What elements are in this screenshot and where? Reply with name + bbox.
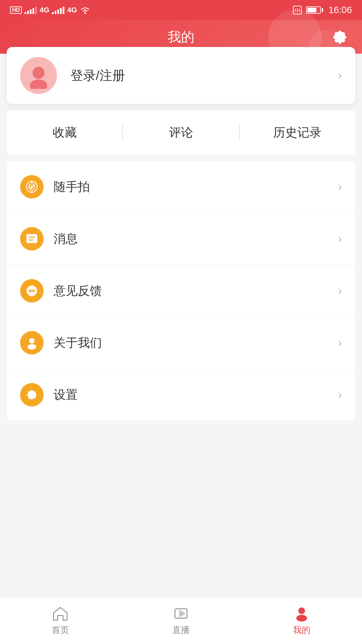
menu-item-message[interactable]: 消息 › [7,213,355,265]
login-register-text: 登录/注册 [70,67,338,84]
nav-label-home: 首页 [52,624,69,636]
menu-list: 随手拍 › 消息 › 意见反馈 › [7,161,355,421]
message-icon [20,227,44,251]
live-icon [172,605,190,622]
battery-icon [306,6,323,14]
svg-rect-14 [28,237,35,238]
avatar [20,57,57,94]
menu-item-about[interactable]: 关于我们 › [7,317,355,369]
profile-chevron-icon: › [338,68,342,83]
menu-item-feedback[interactable]: 意见反馈 › [7,265,355,317]
svg-point-20 [29,338,35,343]
stat-history[interactable]: 历史记录 [240,124,355,141]
svg-rect-15 [28,239,33,240]
svg-point-6 [30,79,47,89]
menu-arrow-message: › [338,232,342,246]
settings-gear-icon [20,383,44,407]
avatar-icon [25,62,52,89]
svg-point-0 [84,12,86,14]
home-icon [52,605,69,622]
feedback-icon [20,279,44,303]
wifi-icon [80,6,90,14]
svg-point-23 [298,607,305,614]
target-icon [20,175,44,199]
svg-rect-13 [26,234,37,243]
svg-point-17 [29,290,31,292]
menu-arrow-about: › [338,336,342,350]
about-user-icon [20,331,44,355]
stat-favorites[interactable]: 收藏 [7,124,122,141]
status-bar-left: HD 4G 4G [10,6,90,14]
bottom-nav: 首页 直播 我的 [0,597,362,644]
nav-label-mine: 我的 [293,624,310,636]
hd-badge: HD [10,6,22,14]
nav-item-mine[interactable]: 我的 [241,605,362,636]
time-display: 16:06 [328,5,352,15]
network-4g-2: 4G [67,6,77,14]
menu-item-shoot[interactable]: 随手拍 › [7,161,355,213]
signal-icon-2 [52,6,64,14]
svg-point-24 [296,615,307,622]
page-title: 我的 [168,28,194,46]
stat-comments[interactable]: 评论 [123,124,239,141]
signal-icon-1 [24,6,37,14]
menu-label-about: 关于我们 [54,335,338,351]
svg-point-18 [31,290,33,292]
svg-point-5 [33,67,45,79]
menu-arrow-shoot: › [338,180,342,194]
menu-label-settings: 设置 [54,387,338,403]
mine-user-icon [293,605,310,622]
svg-point-19 [33,290,35,292]
settings-icon-header[interactable] [331,28,349,46]
profile-card[interactable]: 登录/注册 › [7,47,355,104]
menu-item-settings[interactable]: 设置 › [7,369,355,421]
stats-row: 收藏 评论 历史记录 [7,111,355,154]
menu-label-feedback: 意见反馈 [54,283,338,299]
menu-arrow-settings: › [338,388,342,402]
menu-arrow-feedback: › [338,284,342,298]
network-4g-1: 4G [40,6,49,14]
nav-item-live[interactable]: 直播 [121,605,241,636]
svg-point-21 [27,344,36,350]
nav-label-live: 直播 [172,624,190,636]
nav-item-home[interactable]: 首页 [0,605,121,636]
menu-label-message: 消息 [54,231,338,247]
menu-label-shoot: 随手拍 [54,179,338,195]
